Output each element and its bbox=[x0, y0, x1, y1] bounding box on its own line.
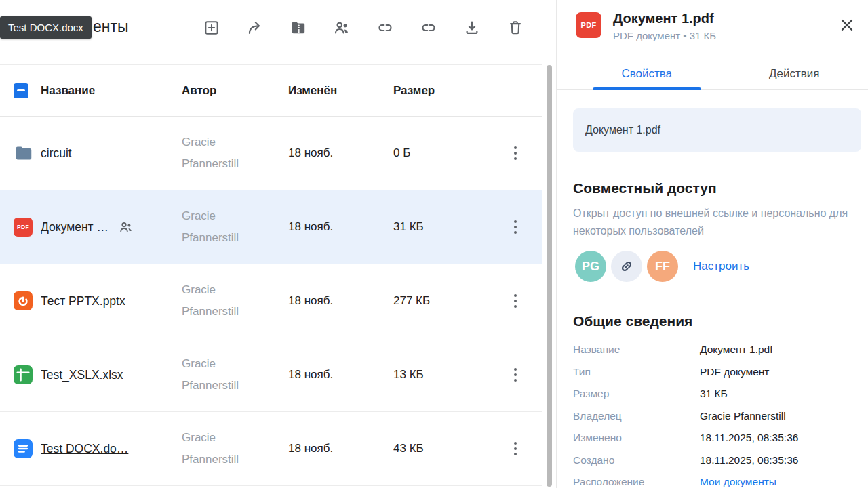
table-row[interactable]: circuitGracie Pfannerstill18 нояб.0 Б bbox=[0, 117, 542, 190]
file-modified: 18 нояб. bbox=[288, 220, 393, 234]
column-header-author[interactable]: Автор bbox=[182, 84, 288, 98]
location-link[interactable]: Мои документы bbox=[700, 471, 776, 488]
link-icon bbox=[618, 258, 635, 274]
file-list-pane: Мои документы Test DOCX.docx bbox=[0, 0, 556, 488]
row-menu-button[interactable] bbox=[510, 216, 521, 239]
tab-properties[interactable]: Свойства bbox=[573, 58, 721, 89]
delete-button[interactable] bbox=[507, 19, 524, 37]
hover-tooltip: Test DOCX.docx bbox=[0, 16, 92, 39]
general-info-title: Общие сведения bbox=[573, 313, 861, 329]
share-users-icon bbox=[333, 19, 351, 37]
info-label: Тип bbox=[573, 361, 700, 384]
file-size: 13 КБ bbox=[393, 368, 488, 382]
configure-sharing-link[interactable]: Настроить bbox=[693, 260, 749, 273]
info-row: РасположениеМои документы bbox=[573, 471, 861, 488]
info-row: Размер31 КБ bbox=[573, 383, 861, 405]
file-modified: 18 нояб. bbox=[288, 368, 393, 382]
pdf-file-icon: PDF bbox=[14, 218, 33, 237]
file-modified: 18 нояб. bbox=[288, 294, 393, 308]
table-row[interactable]: Тест PPTX.pptxGracie Pfannerstill18 нояб… bbox=[0, 264, 542, 338]
toolbar bbox=[203, 19, 524, 37]
info-label: Размер bbox=[573, 383, 700, 405]
file-modified: 18 нояб. bbox=[288, 442, 393, 455]
file-subtitle: PDF документ • 31 КБ bbox=[613, 30, 716, 41]
file-author: Gracie Pfannerstill bbox=[182, 279, 288, 323]
info-row: НазваниеДокумент 1.pdf bbox=[573, 339, 861, 361]
file-modified: 18 нояб. bbox=[288, 146, 393, 160]
sharing-section-title: Совместный доступ bbox=[573, 180, 861, 197]
info-row: ТипPDF документ bbox=[573, 361, 861, 384]
link-icon bbox=[376, 19, 394, 37]
sharing-description: Открыт доступ по внешней ссылке и персон… bbox=[573, 205, 861, 240]
table-row[interactable]: Test DOCX.do…Gracie Pfannerstill18 нояб.… bbox=[0, 412, 542, 486]
info-value: PDF документ bbox=[700, 361, 769, 384]
shared-users-icon bbox=[118, 219, 134, 235]
archive-folder-icon bbox=[290, 19, 307, 37]
forward-icon bbox=[246, 19, 264, 37]
sharing-avatars: PG FF Настроить bbox=[573, 249, 861, 284]
tab-actions[interactable]: Действия bbox=[721, 58, 868, 89]
info-label: Создано bbox=[573, 449, 700, 472]
row-menu-button[interactable] bbox=[510, 142, 521, 165]
info-label: Расположение bbox=[573, 471, 700, 488]
info-value: Gracie Pfannerstill bbox=[700, 405, 786, 428]
row-menu-button[interactable] bbox=[510, 438, 521, 460]
close-icon bbox=[838, 16, 856, 34]
row-menu-button[interactable] bbox=[510, 364, 521, 386]
link-button[interactable] bbox=[376, 19, 394, 37]
file-author: Gracie Pfannerstill bbox=[182, 427, 288, 470]
column-header-size[interactable]: Размер bbox=[393, 84, 488, 98]
add-icon bbox=[203, 19, 220, 37]
copy-link-button[interactable] bbox=[420, 19, 437, 37]
public-link-avatar[interactable] bbox=[609, 249, 644, 284]
file-author: Gracie Pfannerstill bbox=[182, 353, 288, 396]
pptx-file-icon bbox=[14, 291, 33, 310]
download-icon bbox=[463, 19, 481, 37]
folder-icon bbox=[14, 143, 34, 163]
info-row: Создано18.11.2025, 08:35:36 bbox=[573, 449, 861, 472]
row-menu-button[interactable] bbox=[510, 290, 521, 312]
indeterminate-mark-icon bbox=[17, 89, 25, 92]
filename-field[interactable]: Документ 1.pdf bbox=[573, 108, 861, 152]
column-header-name[interactable]: Название bbox=[41, 84, 182, 98]
file-table-body: circuitGracie Pfannerstill18 нояб.0 БPDF… bbox=[0, 117, 542, 486]
info-value: Документ 1.pdf bbox=[700, 339, 773, 361]
xlsx-file-icon bbox=[14, 365, 33, 384]
pdf-file-icon: PDF bbox=[576, 12, 601, 38]
file-size: 43 КБ bbox=[393, 442, 488, 455]
avatar-pg[interactable]: PG bbox=[573, 249, 608, 284]
file-name[interactable]: Документ … bbox=[41, 220, 108, 235]
info-row: ВладелецGracie Pfannerstill bbox=[573, 405, 861, 428]
info-value: 18.11.2025, 08:35:36 bbox=[700, 427, 798, 449]
table-header: Название Автор Изменён Размер bbox=[0, 64, 542, 117]
column-header-modified[interactable]: Изменён bbox=[288, 84, 393, 98]
avatar-ff[interactable]: FF bbox=[645, 249, 680, 284]
general-info-rows: НазваниеДокумент 1.pdfТипPDF документРаз… bbox=[573, 339, 861, 488]
link-icon-2 bbox=[420, 19, 437, 37]
archive-button[interactable] bbox=[290, 19, 307, 37]
file-author: Gracie Pfannerstill bbox=[182, 205, 288, 249]
info-row: Изменено18.11.2025, 08:35:36 bbox=[573, 427, 861, 449]
file-name[interactable]: Test DOCX.do… bbox=[41, 442, 128, 456]
file-name[interactable]: circuit bbox=[41, 146, 72, 161]
share-users-button[interactable] bbox=[333, 19, 351, 37]
info-value: 18.11.2025, 08:35:36 bbox=[700, 449, 798, 472]
file-name[interactable]: Тест PPTX.pptx bbox=[41, 294, 125, 308]
select-all-checkbox[interactable] bbox=[14, 83, 28, 98]
download-button[interactable] bbox=[463, 19, 481, 37]
file-details-panel: PDF Документ 1.pdf PDF документ • 31 КБ … bbox=[556, 0, 868, 488]
close-panel-button[interactable] bbox=[838, 16, 856, 34]
info-label: Изменено bbox=[573, 427, 700, 449]
add-button[interactable] bbox=[203, 19, 220, 37]
file-title: Документ 1.pdf bbox=[613, 11, 716, 26]
scrollbar-thumb[interactable] bbox=[547, 65, 552, 487]
move-button[interactable] bbox=[246, 19, 264, 37]
file-size: 0 Б bbox=[393, 146, 488, 160]
panel-tabs: Свойства Действия bbox=[557, 58, 868, 90]
info-label: Название bbox=[573, 339, 700, 361]
table-row[interactable]: Test_XSLX.xlsxGracie Pfannerstill18 нояб… bbox=[0, 338, 542, 412]
list-header: Мои документы Test DOCX.docx bbox=[0, 0, 556, 64]
details-header: PDF Документ 1.pdf PDF документ • 31 КБ bbox=[557, 0, 868, 58]
file-name[interactable]: Test_XSLX.xlsx bbox=[41, 368, 123, 382]
table-row[interactable]: PDFДокумент …Gracie Pfannerstill18 нояб.… bbox=[0, 190, 542, 264]
